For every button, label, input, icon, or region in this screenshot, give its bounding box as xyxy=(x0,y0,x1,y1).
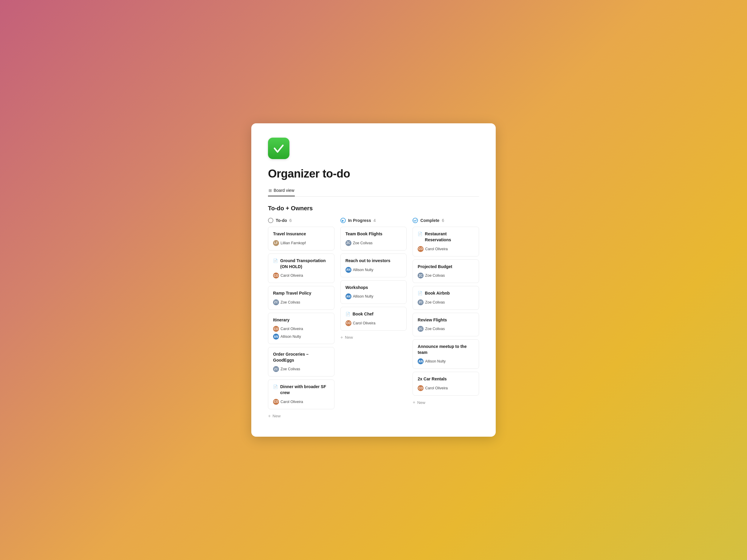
owner-name: Carol Oliveira xyxy=(425,247,448,251)
new-complete-label: New xyxy=(417,400,426,405)
card-workshops[interactable]: Workshops AN Allison Nulty xyxy=(340,280,407,304)
doc-icon-chef: 📄 xyxy=(345,312,350,317)
new-todo-button[interactable]: + New xyxy=(268,412,334,420)
avatar-carol-dinner: CO xyxy=(273,399,279,405)
card-title-text: Restaurant Reservations xyxy=(425,231,474,243)
owner-allison-investors: AN Allison Nulty xyxy=(345,267,374,273)
avatar-lillian: LF xyxy=(273,240,279,246)
owner-lillian: LF Lillian Farnkopf xyxy=(273,240,306,246)
doc-icon-airbnb: 📄 xyxy=(418,291,422,296)
avatar-carol-itinerary: CO xyxy=(273,326,279,332)
owner-name: Carol Oliveira xyxy=(281,273,303,277)
card-title-text: Ramp Travel Policy xyxy=(273,290,311,296)
plus-icon-complete: + xyxy=(413,400,415,405)
card-title-text: Reach out to investors xyxy=(345,258,390,264)
owner-name: Carol Oliveira xyxy=(281,400,303,404)
avatar-zoe-groceries: ZC xyxy=(273,366,279,372)
owner-carol-dinner: CO Carol Oliveira xyxy=(273,399,303,405)
avatar-carol: CO xyxy=(273,272,279,278)
plus-icon-inprogress: + xyxy=(340,335,343,340)
tabs-bar: ⊞ Board view xyxy=(268,186,479,196)
board-columns: To-do 6 Travel Insurance LF Lillian Farn… xyxy=(268,218,479,420)
card-title-text: Workshops xyxy=(345,285,368,291)
owner-zoe: ZC Zoe Colivas xyxy=(273,299,300,305)
new-inprogress-button[interactable]: + New xyxy=(340,334,407,341)
board-view-icon: ⊞ xyxy=(268,188,272,193)
card-title-text: Projected Budget xyxy=(418,264,452,270)
column-todo: To-do 6 Travel Insurance LF Lillian Farn… xyxy=(268,218,334,420)
avatar-zoe-flights: ZC xyxy=(345,240,352,246)
avatar-allison-investors: AN xyxy=(345,267,352,273)
avatar-zoe-budget: ZC xyxy=(418,272,423,278)
owner-carol-chef: CO Carol Oliveira xyxy=(345,320,376,326)
column-complete-count: 6 xyxy=(442,218,444,223)
avatar-zoe: ZC xyxy=(273,299,279,305)
owner-carol-car: CO Carol Oliveira xyxy=(418,385,448,391)
column-todo-count: 6 xyxy=(289,218,292,223)
checkmark-icon xyxy=(272,142,285,155)
card-title-text: 2x Car Rentals xyxy=(418,376,446,382)
owner-zoe-review: ZC Zoe Colivas xyxy=(418,326,445,332)
column-todo-label: To-do xyxy=(276,218,287,223)
card-title-text: Book Airbnb xyxy=(425,290,449,296)
app-window: Organizer to-do ⊞ Board view To-do + Own… xyxy=(251,123,496,436)
card-team-book-flights[interactable]: Team Book Flights ZC Zoe Colivas xyxy=(340,227,407,250)
owner-allison-meetup: AN Allison Nulty xyxy=(418,358,446,364)
owner-name: Lillian Farnkopf xyxy=(281,241,306,245)
card-dinner[interactable]: 📄 Dinner with broader SF crew CO Carol O… xyxy=(268,379,334,409)
owner-allison-workshops: AN Allison Nulty xyxy=(345,293,374,299)
card-ground-transportation[interactable]: 📄 Ground Transportation (ON HOLD) CO Car… xyxy=(268,254,334,283)
card-review-flights[interactable]: Review Flights ZC Zoe Colivas xyxy=(413,313,479,337)
avatar-allison-workshops: AN xyxy=(345,293,352,299)
card-travel-insurance[interactable]: Travel Insurance LF Lillian Farnkopf xyxy=(268,227,334,250)
card-restaurant[interactable]: 📄 Restaurant Reservations CO Carol Olive… xyxy=(413,227,479,256)
owner-zoe: ZC Zoe Colivas xyxy=(273,366,300,372)
doc-icon: 📄 xyxy=(273,258,278,264)
card-book-chef[interactable]: 📄 Book Chef CO Carol Oliveira xyxy=(340,307,407,331)
owner-name: Zoe Colivas xyxy=(425,273,445,277)
card-itinerary[interactable]: Itinerary CO Carol Oliveira AN Allison N… xyxy=(268,313,334,344)
card-book-airbnb[interactable]: 📄 Book Airbnb ZC Zoe Colivas xyxy=(413,286,479,310)
owner-name: Allison Nulty xyxy=(353,268,374,272)
page-title: Organizer to-do xyxy=(268,167,479,180)
card-title-text: Travel Insurance xyxy=(273,231,306,237)
tab-board-view[interactable]: ⊞ Board view xyxy=(268,186,295,196)
avatar-allison-meetup: AN xyxy=(418,358,423,364)
card-title-text: Book Chef xyxy=(353,311,374,317)
avatar-carol-chef: CO xyxy=(345,320,352,326)
card-ramp-travel-policy[interactable]: Ramp Travel Policy ZC Zoe Colivas xyxy=(268,286,334,310)
card-title-text: Review Flights xyxy=(418,317,447,323)
column-inprogress-label: In Progress xyxy=(348,218,371,223)
plus-icon: + xyxy=(268,414,271,419)
card-title-text: Order Groceries – GoodEggs xyxy=(273,351,329,363)
owner-name: Zoe Colivas xyxy=(281,300,300,304)
new-todo-label: New xyxy=(273,414,281,418)
avatar-carol-car: CO xyxy=(418,385,423,391)
owner-name: Zoe Colivas xyxy=(425,327,445,331)
new-complete-button[interactable]: + New xyxy=(413,399,479,406)
card-reach-investors[interactable]: Reach out to investors AN Allison Nulty xyxy=(340,254,407,277)
new-inprogress-label: New xyxy=(345,335,353,340)
card-order-groceries[interactable]: Order Groceries – GoodEggs ZC Zoe Coliva… xyxy=(268,347,334,376)
card-title-text: Announce meetup to the team xyxy=(418,344,474,355)
card-title-text: Itinerary xyxy=(273,317,289,323)
owner-name: Zoe Colivas xyxy=(425,300,445,304)
owner-name: Allison Nulty xyxy=(353,294,374,298)
card-car-rentals[interactable]: 2x Car Rentals CO Carol Oliveira xyxy=(413,372,479,396)
owner-zoe-budget: ZC Zoe Colivas xyxy=(418,272,445,278)
card-projected-budget[interactable]: Projected Budget ZC Zoe Colivas xyxy=(413,260,479,283)
avatar-zoe-review: ZC xyxy=(418,326,423,332)
card-title-text: Team Book Flights xyxy=(345,231,382,237)
column-complete-header: Complete 6 xyxy=(413,218,479,223)
owner-carol: CO Carol Oliveira xyxy=(273,272,303,278)
owner-name: Zoe Colivas xyxy=(281,367,300,371)
owner-name: Allison Nulty xyxy=(425,359,446,364)
owner-name: Carol Oliveira xyxy=(353,321,376,325)
owner-name: Carol Oliveira xyxy=(281,327,303,331)
status-inprogress-icon: ▶ xyxy=(340,218,346,223)
owner-name: Carol Oliveira xyxy=(425,386,448,390)
owner-carol: CO Carol Oliveira xyxy=(273,326,303,332)
card-announce-meetup[interactable]: Announce meetup to the team AN Allison N… xyxy=(413,339,479,369)
status-complete-icon xyxy=(413,218,418,223)
owner-zoe-flights: ZC Zoe Colivas xyxy=(345,240,372,246)
